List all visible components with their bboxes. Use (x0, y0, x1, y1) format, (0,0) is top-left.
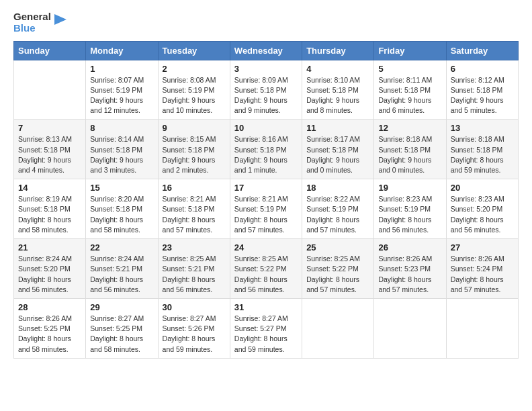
day-number: 25 (306, 242, 369, 253)
day-number: 28 (18, 302, 81, 312)
calendar-cell: 5Sunrise: 8:11 AMSunset: 5:18 PMDaylight… (374, 60, 446, 120)
day-number: 26 (378, 242, 441, 253)
day-number: 6 (451, 64, 514, 74)
day-number: 8 (90, 123, 153, 133)
calendar-cell: 31Sunrise: 8:27 AMSunset: 5:27 PMDayligh… (230, 299, 302, 359)
day-number: 19 (378, 183, 441, 193)
cell-info: Sunrise: 8:12 AMSunset: 5:18 PMDaylight:… (451, 75, 514, 116)
cell-info: Sunrise: 8:25 AMSunset: 5:22 PMDaylight:… (306, 254, 369, 295)
cell-info: Sunrise: 8:19 AMSunset: 5:18 PMDaylight:… (18, 194, 81, 235)
day-number: 4 (306, 64, 369, 74)
day-number: 16 (163, 183, 226, 193)
calendar-cell: 20Sunrise: 8:23 AMSunset: 5:20 PMDayligh… (446, 179, 518, 239)
day-number: 27 (451, 242, 514, 253)
cell-info: Sunrise: 8:10 AMSunset: 5:18 PMDaylight:… (306, 75, 369, 116)
day-number: 14 (18, 183, 81, 193)
logo-line1: General (13, 11, 51, 22)
day-number: 13 (451, 123, 514, 133)
weekday-header-cell: Sunday (14, 41, 86, 60)
calendar-week-row: 28Sunrise: 8:26 AMSunset: 5:25 PMDayligh… (14, 299, 519, 359)
logo-line2: Blue (13, 22, 51, 34)
calendar-week-row: 7Sunrise: 8:13 AMSunset: 5:18 PMDaylight… (14, 120, 519, 179)
calendar-cell (446, 299, 518, 359)
cell-info: Sunrise: 8:26 AMSunset: 5:25 PMDaylight:… (18, 314, 81, 355)
day-number: 11 (306, 123, 369, 133)
weekday-header-cell: Friday (374, 41, 446, 60)
cell-info: Sunrise: 8:27 AMSunset: 5:26 PMDaylight:… (163, 314, 226, 355)
cell-info: Sunrise: 8:09 AMSunset: 5:18 PMDaylight:… (234, 75, 298, 116)
svg-marker-0 (54, 14, 66, 25)
cell-info: Sunrise: 8:15 AMSunset: 5:18 PMDaylight:… (163, 134, 226, 175)
cell-info: Sunrise: 8:13 AMSunset: 5:18 PMDaylight:… (18, 134, 81, 175)
calendar-cell (302, 299, 374, 359)
calendar-cell (374, 299, 446, 359)
cell-info: Sunrise: 8:21 AMSunset: 5:19 PMDaylight:… (234, 194, 298, 235)
calendar-cell: 13Sunrise: 8:18 AMSunset: 5:18 PMDayligh… (446, 120, 518, 179)
calendar-cell: 6Sunrise: 8:12 AMSunset: 5:18 PMDaylight… (446, 60, 518, 120)
logo-flag-icon (53, 13, 66, 32)
calendar-cell: 30Sunrise: 8:27 AMSunset: 5:26 PMDayligh… (158, 299, 230, 359)
cell-info: Sunrise: 8:16 AMSunset: 5:18 PMDaylight:… (234, 134, 298, 175)
day-number: 1 (90, 64, 153, 74)
day-number: 10 (234, 123, 298, 133)
day-number: 18 (306, 183, 369, 193)
day-number: 9 (163, 123, 226, 133)
day-number: 17 (234, 183, 298, 193)
calendar-cell: 2Sunrise: 8:08 AMSunset: 5:19 PMDaylight… (158, 60, 230, 120)
day-number: 7 (18, 123, 81, 133)
calendar-cell: 14Sunrise: 8:19 AMSunset: 5:18 PMDayligh… (14, 179, 86, 239)
calendar-cell: 28Sunrise: 8:26 AMSunset: 5:25 PMDayligh… (14, 299, 86, 359)
cell-info: Sunrise: 8:27 AMSunset: 5:25 PMDaylight:… (90, 314, 153, 355)
cell-info: Sunrise: 8:23 AMSunset: 5:20 PMDaylight:… (451, 194, 514, 235)
weekday-header-cell: Tuesday (158, 41, 230, 60)
weekday-header-cell: Saturday (446, 41, 518, 60)
cell-info: Sunrise: 8:27 AMSunset: 5:27 PMDaylight:… (234, 314, 298, 355)
day-number: 24 (234, 242, 298, 253)
calendar-cell: 17Sunrise: 8:21 AMSunset: 5:19 PMDayligh… (230, 179, 302, 239)
day-number: 22 (90, 242, 153, 253)
calendar-table: SundayMondayTuesdayWednesdayThursdayFrid… (13, 41, 519, 359)
calendar-cell: 8Sunrise: 8:14 AMSunset: 5:18 PMDaylight… (86, 120, 158, 179)
calendar-cell: 4Sunrise: 8:10 AMSunset: 5:18 PMDaylight… (302, 60, 374, 120)
calendar-cell: 29Sunrise: 8:27 AMSunset: 5:25 PMDayligh… (86, 299, 158, 359)
calendar-cell: 22Sunrise: 8:24 AMSunset: 5:21 PMDayligh… (86, 239, 158, 299)
day-number: 29 (90, 302, 153, 312)
calendar-cell: 25Sunrise: 8:25 AMSunset: 5:22 PMDayligh… (302, 239, 374, 299)
calendar-cell: 21Sunrise: 8:24 AMSunset: 5:20 PMDayligh… (14, 239, 86, 299)
calendar-week-row: 21Sunrise: 8:24 AMSunset: 5:20 PMDayligh… (14, 239, 519, 299)
page: General Blue SundayMondayTuesdayWednesda… (0, 0, 532, 411)
calendar-cell: 3Sunrise: 8:09 AMSunset: 5:18 PMDaylight… (230, 60, 302, 120)
cell-info: Sunrise: 8:20 AMSunset: 5:18 PMDaylight:… (90, 194, 153, 235)
weekday-header-cell: Thursday (302, 41, 374, 60)
calendar-cell: 19Sunrise: 8:23 AMSunset: 5:19 PMDayligh… (374, 179, 446, 239)
day-number: 15 (90, 183, 153, 193)
cell-info: Sunrise: 8:25 AMSunset: 5:22 PMDaylight:… (234, 254, 298, 295)
calendar-week-row: 14Sunrise: 8:19 AMSunset: 5:18 PMDayligh… (14, 179, 519, 239)
calendar-cell: 24Sunrise: 8:25 AMSunset: 5:22 PMDayligh… (230, 239, 302, 299)
calendar-week-row: 1Sunrise: 8:07 AMSunset: 5:19 PMDaylight… (14, 60, 519, 120)
day-number: 3 (234, 64, 298, 74)
day-number: 21 (18, 242, 81, 253)
calendar-cell: 23Sunrise: 8:25 AMSunset: 5:21 PMDayligh… (158, 239, 230, 299)
cell-info: Sunrise: 8:14 AMSunset: 5:18 PMDaylight:… (90, 134, 153, 175)
calendar-cell: 27Sunrise: 8:26 AMSunset: 5:24 PMDayligh… (446, 239, 518, 299)
calendar-cell: 16Sunrise: 8:21 AMSunset: 5:18 PMDayligh… (158, 179, 230, 239)
day-number: 31 (234, 302, 298, 312)
cell-info: Sunrise: 8:26 AMSunset: 5:23 PMDaylight:… (378, 254, 441, 295)
cell-info: Sunrise: 8:11 AMSunset: 5:18 PMDaylight:… (378, 75, 441, 116)
weekday-header-cell: Wednesday (230, 41, 302, 60)
calendar-cell: 9Sunrise: 8:15 AMSunset: 5:18 PMDaylight… (158, 120, 230, 179)
cell-info: Sunrise: 8:18 AMSunset: 5:18 PMDaylight:… (378, 134, 441, 175)
calendar-cell: 26Sunrise: 8:26 AMSunset: 5:23 PMDayligh… (374, 239, 446, 299)
cell-info: Sunrise: 8:21 AMSunset: 5:18 PMDaylight:… (163, 194, 226, 235)
cell-info: Sunrise: 8:08 AMSunset: 5:19 PMDaylight:… (163, 75, 226, 116)
calendar-cell: 12Sunrise: 8:18 AMSunset: 5:18 PMDayligh… (374, 120, 446, 179)
cell-info: Sunrise: 8:17 AMSunset: 5:18 PMDaylight:… (306, 134, 369, 175)
calendar-body: 1Sunrise: 8:07 AMSunset: 5:19 PMDaylight… (14, 60, 519, 358)
calendar-cell (14, 60, 86, 120)
weekday-header-row: SundayMondayTuesdayWednesdayThursdayFrid… (14, 41, 519, 60)
cell-info: Sunrise: 8:23 AMSunset: 5:19 PMDaylight:… (378, 194, 441, 235)
cell-info: Sunrise: 8:24 AMSunset: 5:21 PMDaylight:… (90, 254, 153, 295)
weekday-header-cell: Monday (86, 41, 158, 60)
cell-info: Sunrise: 8:07 AMSunset: 5:19 PMDaylight:… (90, 75, 153, 116)
